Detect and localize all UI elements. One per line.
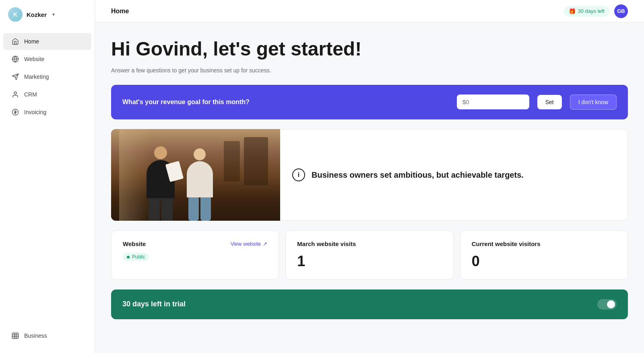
sidebar-item-home-label: Home: [24, 38, 39, 45]
megaphone-icon: [11, 73, 19, 81]
page-title: Home: [111, 8, 129, 15]
dont-know-button[interactable]: I don't know: [570, 94, 617, 110]
view-website-text: View website: [231, 241, 261, 247]
sidebar-nav: Home Website Marketing CRM: [0, 29, 95, 323]
sidebar-item-business[interactable]: Business: [3, 327, 91, 344]
stat-label-march: March website visits: [297, 240, 356, 247]
chevron-down-icon: ▾: [52, 12, 55, 17]
sidebar: K Kozker ▾ Home Website Marketing: [0, 0, 95, 353]
brand-avatar: K: [8, 7, 23, 22]
brand-avatar-text: K: [13, 11, 17, 18]
sidebar-item-invoicing-label: Invoicing: [24, 109, 46, 115]
sidebar-item-invoicing[interactable]: Invoicing: [3, 104, 91, 121]
stat-header-website: Website View website ↗: [123, 240, 267, 247]
sidebar-bottom: Business: [0, 323, 95, 353]
dollar-icon: [11, 108, 19, 116]
gift-icon: 🎁: [569, 8, 576, 14]
stat-card-website: Website View website ↗ Public: [111, 230, 279, 280]
revenue-input[interactable]: [457, 94, 529, 109]
stat-header-visitors: Current website visitors: [472, 240, 616, 247]
info-icon: i: [292, 168, 305, 181]
status-dot-indicator: [127, 256, 130, 259]
sidebar-item-website[interactable]: Website: [3, 51, 91, 68]
sidebar-item-crm[interactable]: CRM: [3, 86, 91, 103]
trial-toggle[interactable]: [597, 299, 617, 310]
sidebar-item-marketing[interactable]: Marketing: [3, 68, 91, 85]
topbar-right: 🎁 30 days left GB: [564, 4, 628, 18]
stat-header-march: March website visits: [297, 240, 442, 247]
revenue-goal-label: What's your revenue goal for this month?: [122, 99, 449, 106]
trial-banner-text: 30 days left in trial: [122, 300, 186, 308]
sidebar-item-marketing-label: Marketing: [24, 74, 49, 80]
topbar: Home 🎁 30 days left GB: [95, 0, 644, 23]
revenue-goal-card: What's your revenue goal for this month?…: [111, 85, 628, 119]
main-area: Home 🎁 30 days left GB Hi Govind, let's …: [95, 0, 644, 353]
sidebar-item-home[interactable]: Home: [3, 33, 91, 50]
info-card: i Business owners set ambitious, but ach…: [280, 129, 628, 221]
person-icon: [11, 90, 19, 99]
content: Hi Govind, let's get started! Answer a f…: [95, 23, 644, 335]
sidebar-item-business-label: Business: [24, 332, 47, 339]
sidebar-item-website-label: Website: [24, 56, 44, 62]
website-status-badge: Public: [123, 253, 149, 261]
stat-value-march: 1: [297, 253, 442, 270]
website-status-text: Public: [132, 254, 145, 260]
trial-badge: 🎁 30 days left: [564, 6, 610, 16]
building-icon: [11, 332, 19, 340]
stat-value-visitors: 0: [472, 253, 616, 270]
brand-area[interactable]: K Kozker ▾: [0, 0, 95, 29]
set-button[interactable]: Set: [537, 95, 562, 109]
home-icon: [11, 37, 19, 45]
globe-icon: [11, 55, 19, 63]
user-avatar[interactable]: GB: [614, 4, 628, 18]
svg-point-2: [14, 92, 17, 94]
brand-name: Kozker: [27, 11, 47, 18]
stat-label-visitors: Current website visitors: [472, 240, 541, 247]
sidebar-item-crm-label: CRM: [24, 91, 37, 98]
svg-rect-4: [12, 333, 19, 339]
hero-image: [111, 129, 280, 221]
view-website-link[interactable]: View website ↗: [231, 241, 268, 247]
stats-row: Website View website ↗ Public March webs…: [111, 230, 628, 280]
image-info-row: i Business owners set ambitious, but ach…: [111, 129, 628, 221]
trial-banner: 30 days left in trial: [111, 289, 628, 319]
info-text: Business owners set ambitious, but achie…: [312, 170, 524, 180]
stat-card-current-visitors: Current website visitors 0: [460, 230, 628, 280]
greeting-heading: Hi Govind, let's get started!: [111, 39, 628, 60]
subtitle-text: Answer a few questions to get your busin…: [111, 67, 628, 74]
trial-days-text: 30 days left: [578, 8, 605, 14]
external-link-icon: ↗: [263, 241, 267, 247]
stat-label-website: Website: [123, 240, 146, 247]
stat-card-march-visits: March website visits 1: [285, 230, 453, 280]
